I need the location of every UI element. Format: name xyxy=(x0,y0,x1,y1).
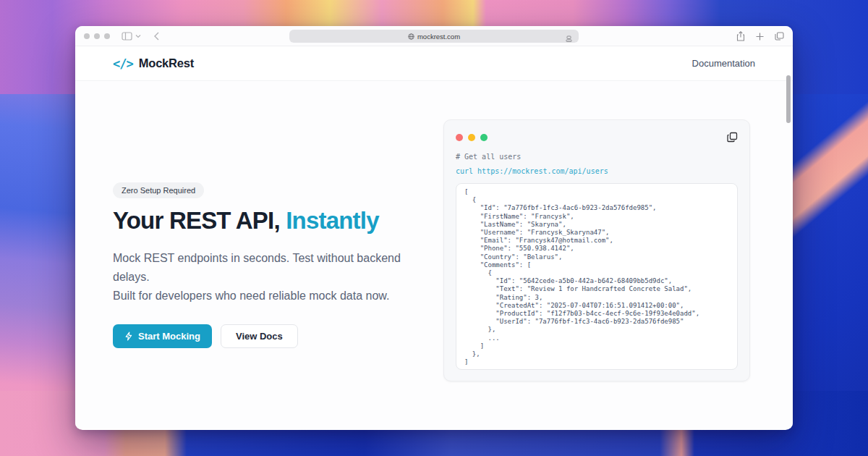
sidebar-chevron-down-icon[interactable] xyxy=(135,34,141,38)
hero-title: Your REST API, Instantly xyxy=(113,207,438,235)
window-zoom-button[interactable] xyxy=(104,33,110,39)
view-docs-label: View Docs xyxy=(236,331,283,342)
chrome-actions xyxy=(736,26,784,46)
globe-icon xyxy=(408,33,414,40)
window-minimize-button[interactable] xyxy=(94,33,100,39)
nav-documentation-link[interactable]: Documentation xyxy=(692,58,755,69)
brand-logo[interactable]: </> MockRest xyxy=(113,56,194,71)
view-docs-button[interactable]: View Docs xyxy=(221,324,298,348)
terminal-dots xyxy=(456,134,488,141)
new-tab-icon[interactable] xyxy=(756,33,764,41)
json-response: [ { "Id": "7a776fbf-1fc3-4ac6-b923-2da57… xyxy=(464,188,729,366)
site-header: </> MockRest Documentation xyxy=(75,46,793,81)
code-panel-header xyxy=(456,132,738,143)
hero-title-prefix: Your REST API, xyxy=(113,207,286,234)
back-button[interactable] xyxy=(154,32,159,41)
code-comment: # Get all users xyxy=(456,153,738,161)
start-mocking-button[interactable]: Start Mocking xyxy=(113,324,212,348)
url-text: mockrest.com xyxy=(417,33,460,41)
cta-row: Start Mocking View Docs xyxy=(113,324,438,348)
window-controls xyxy=(84,33,110,39)
page-scrollbar[interactable] xyxy=(786,75,791,123)
brand-name: MockRest xyxy=(139,56,194,70)
browser-chrome: mockrest.com xyxy=(75,26,793,46)
page-main: Zero Setup Required Your REST API, Insta… xyxy=(75,81,793,428)
lightning-bolt-icon xyxy=(124,332,133,341)
hero-section: Zero Setup Required Your REST API, Insta… xyxy=(113,182,438,348)
terminal-dot-red xyxy=(456,134,463,141)
terminal-dot-green xyxy=(480,134,488,141)
terminal-dot-yellow xyxy=(468,134,475,141)
hero-badge: Zero Setup Required xyxy=(113,182,204,198)
code-panel: # Get all users curl https://mockrest.co… xyxy=(443,119,750,381)
browser-window: mockrest.com xyxy=(75,26,793,430)
hero-description: Mock REST endpoints in seconds. Test wit… xyxy=(113,249,438,305)
start-mocking-label: Start Mocking xyxy=(138,331,200,342)
share-icon[interactable] xyxy=(736,31,745,41)
copy-icon[interactable] xyxy=(727,132,738,143)
hero-title-accent: Instantly xyxy=(286,207,379,234)
json-response-box: [ { "Id": "7a776fbf-1fc3-4ac6-b923-2da57… xyxy=(456,183,738,370)
window-close-button[interactable] xyxy=(84,33,90,39)
tab-overview-icon[interactable] xyxy=(775,32,784,41)
reader-icon[interactable] xyxy=(565,33,573,46)
sidebar-toggle-icon[interactable] xyxy=(122,32,132,41)
curl-command: curl https://mockrest.com/api/users xyxy=(456,167,738,175)
code-brackets-icon: </> xyxy=(113,56,133,71)
url-bar[interactable]: mockrest.com xyxy=(289,30,579,43)
